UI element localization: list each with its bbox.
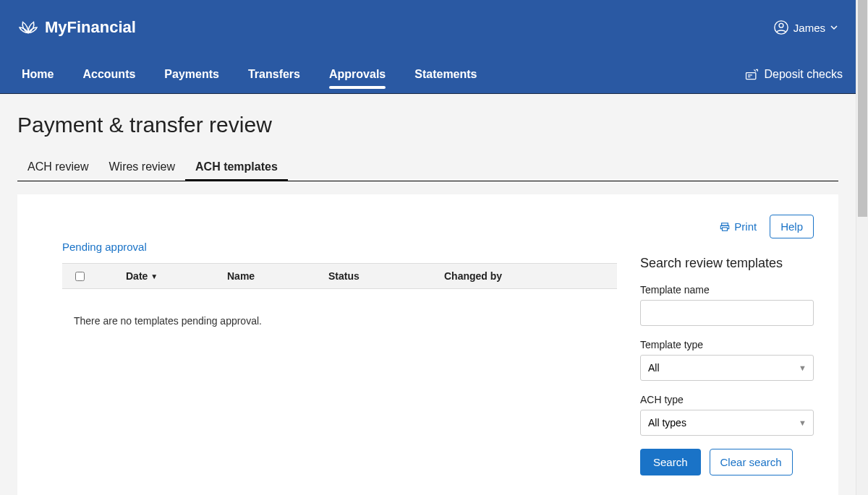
main-content: Payment & transfer review ACH review Wir… bbox=[0, 94, 856, 495]
chevron-down-icon bbox=[830, 23, 838, 32]
select-all-cell bbox=[62, 272, 97, 281]
template-name-input[interactable] bbox=[640, 300, 814, 326]
tab-ach-templates[interactable]: ACH templates bbox=[185, 155, 288, 181]
print-link[interactable]: Print bbox=[720, 220, 757, 233]
nav-home[interactable]: Home bbox=[13, 55, 68, 93]
column-date-label: Date bbox=[126, 270, 148, 282]
tab-ach-review[interactable]: ACH review bbox=[17, 155, 98, 181]
deposit-checks-link[interactable]: Deposit checks bbox=[744, 67, 843, 82]
lotus-icon bbox=[17, 17, 39, 38]
nav-left: Home Accounts Payments Transfers Approva… bbox=[13, 55, 492, 93]
template-type-label: Template type bbox=[640, 339, 814, 350]
print-label: Print bbox=[734, 220, 757, 233]
panel-left: Pending approval Date ▼ Name Status bbox=[42, 215, 617, 478]
empty-message: There are no templates pending approval. bbox=[62, 289, 617, 327]
nav-approvals[interactable]: Approvals bbox=[315, 55, 400, 93]
scrollbar-thumb[interactable] bbox=[858, 0, 867, 217]
pending-approval-link[interactable]: Pending approval bbox=[62, 241, 147, 253]
column-changed-by[interactable]: Changed by bbox=[444, 270, 617, 282]
topbar: MyFinancial James bbox=[0, 0, 856, 55]
vertical-scrollbar[interactable]: ▲ bbox=[856, 0, 868, 495]
search-title: Search review templates bbox=[640, 256, 814, 271]
column-name[interactable]: Name bbox=[227, 270, 328, 282]
clear-search-button[interactable]: Clear search bbox=[710, 449, 793, 475]
nav-transfers[interactable]: Transfers bbox=[234, 55, 315, 93]
svg-point-1 bbox=[779, 23, 783, 27]
user-name: James bbox=[793, 22, 825, 34]
user-avatar-icon bbox=[773, 20, 789, 35]
panel-right: Print Help Search review templates Templ… bbox=[640, 215, 814, 478]
search-button[interactable]: Search bbox=[640, 449, 701, 475]
ach-type-label: ACH type bbox=[640, 394, 814, 405]
user-menu[interactable]: James bbox=[773, 20, 838, 35]
tabs: ACH review Wires review ACH templates bbox=[17, 155, 838, 181]
brand-text: MyFinancial bbox=[45, 18, 136, 37]
nav-payments[interactable]: Payments bbox=[150, 55, 234, 93]
table-header: Date ▼ Name Status Changed by bbox=[62, 263, 617, 289]
toolbar-row: Print Help bbox=[640, 215, 814, 238]
page-title: Payment & transfer review bbox=[17, 113, 838, 137]
nav-statements[interactable]: Statements bbox=[400, 55, 491, 93]
select-all-checkbox[interactable] bbox=[75, 272, 85, 281]
navbar: Home Accounts Payments Transfers Approva… bbox=[0, 55, 856, 94]
svg-rect-5 bbox=[723, 227, 728, 230]
nav-accounts[interactable]: Accounts bbox=[68, 55, 150, 93]
template-name-label: Template name bbox=[640, 284, 814, 296]
column-status[interactable]: Status bbox=[328, 270, 444, 282]
template-type-select[interactable] bbox=[640, 355, 814, 381]
help-button[interactable]: Help bbox=[770, 215, 814, 238]
print-icon bbox=[720, 222, 730, 232]
deposit-check-icon bbox=[744, 67, 759, 82]
brand-logo[interactable]: MyFinancial bbox=[17, 17, 136, 38]
column-date[interactable]: Date ▼ bbox=[97, 270, 227, 282]
sort-desc-icon: ▼ bbox=[150, 272, 158, 280]
svg-rect-2 bbox=[746, 72, 755, 79]
content-panel: Pending approval Date ▼ Name Status bbox=[17, 194, 838, 495]
deposit-checks-label: Deposit checks bbox=[765, 68, 843, 81]
tab-wires-review[interactable]: Wires review bbox=[98, 155, 185, 181]
ach-type-select[interactable] bbox=[640, 410, 814, 436]
